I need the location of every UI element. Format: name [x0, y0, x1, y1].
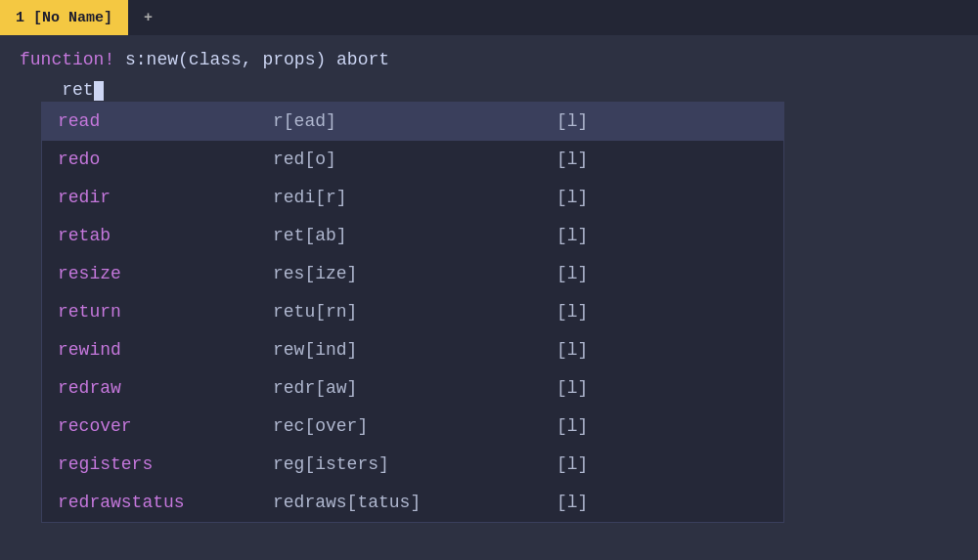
autocomplete-row[interactable]: redored[o][l] — [42, 141, 783, 179]
tab-new-label: + — [144, 10, 153, 26]
autocomplete-col1: redir — [58, 185, 273, 211]
autocomplete-col1: recover — [58, 413, 273, 440]
autocomplete-row[interactable]: rewindrew[ind][l] — [42, 331, 783, 369]
autocomplete-row[interactable]: registersreg[isters][l] — [42, 446, 783, 484]
autocomplete-col3: [l] — [556, 413, 615, 440]
text-cursor — [94, 81, 104, 101]
autocomplete-col1: rewind — [58, 337, 273, 364]
autocomplete-col1: redraw — [58, 375, 273, 402]
autocomplete-col2: retu[rn] — [273, 299, 556, 325]
autocomplete-col2: rew[ind] — [273, 337, 556, 364]
autocomplete-col1: read — [58, 108, 273, 135]
code-line-1: function! s:new(class, props) abort — [0, 45, 978, 75]
autocomplete-col3: [l] — [556, 490, 615, 516]
autocomplete-col1: retab — [58, 223, 273, 249]
autocomplete-row[interactable]: redrawstatusredraws[tatus][l] — [42, 484, 783, 522]
autocomplete-col1: registers — [58, 452, 273, 478]
autocomplete-col3: [l] — [556, 223, 615, 249]
autocomplete-dropdown: readr[ead][l]redored[o][l]redirredi[r][l… — [41, 102, 784, 523]
autocomplete-row[interactable]: redrawredr[aw][l] — [42, 369, 783, 408]
autocomplete-row[interactable]: returnretu[rn][l] — [42, 293, 783, 331]
autocomplete-col2: redr[aw] — [273, 375, 556, 402]
autocomplete-col2: redi[r] — [273, 185, 556, 211]
autocomplete-col3: [l] — [556, 185, 615, 211]
autocomplete-col1: redo — [58, 147, 273, 173]
tab-bar: 1 [No Name] + — [0, 0, 978, 35]
keyword-function: function! — [20, 47, 114, 73]
code-editor: function! s:new(class, props) abort ret … — [0, 35, 978, 106]
tab-new[interactable]: + — [128, 0, 168, 35]
autocomplete-col1: resize — [58, 261, 273, 287]
autocomplete-col3: [l] — [556, 261, 615, 287]
autocomplete-col2: rec[over] — [273, 413, 556, 440]
autocomplete-row[interactable]: resizeres[ize][l] — [42, 255, 783, 293]
autocomplete-col3: [l] — [556, 337, 615, 364]
code-rest-1: s:new(class, props) abort — [114, 47, 389, 73]
code-indent — [20, 77, 62, 104]
autocomplete-row[interactable]: readr[ead][l] — [42, 103, 783, 141]
autocomplete-col2: red[o] — [273, 147, 556, 173]
autocomplete-row[interactable]: recoverrec[over][l] — [42, 408, 783, 446]
tab-no-name-label: 1 [No Name] — [16, 10, 112, 26]
code-ret-text: ret — [62, 77, 93, 104]
autocomplete-col1: redrawstatus — [58, 490, 273, 516]
autocomplete-col3: [l] — [556, 147, 615, 173]
autocomplete-row[interactable]: redirredi[r][l] — [42, 179, 783, 217]
autocomplete-col2: reg[isters] — [273, 452, 556, 478]
autocomplete-col3: [l] — [556, 452, 615, 478]
autocomplete-row[interactable]: retabret[ab][l] — [42, 217, 783, 255]
autocomplete-col1: return — [58, 299, 273, 325]
autocomplete-col3: [l] — [556, 108, 615, 135]
autocomplete-col3: [l] — [556, 299, 615, 325]
autocomplete-col2: r[ead] — [273, 108, 556, 135]
autocomplete-col2: redraws[tatus] — [273, 490, 556, 516]
autocomplete-col2: ret[ab] — [273, 223, 556, 249]
tab-no-name[interactable]: 1 [No Name] — [0, 0, 128, 35]
autocomplete-col3: [l] — [556, 375, 615, 402]
autocomplete-col2: res[ize] — [273, 261, 556, 287]
